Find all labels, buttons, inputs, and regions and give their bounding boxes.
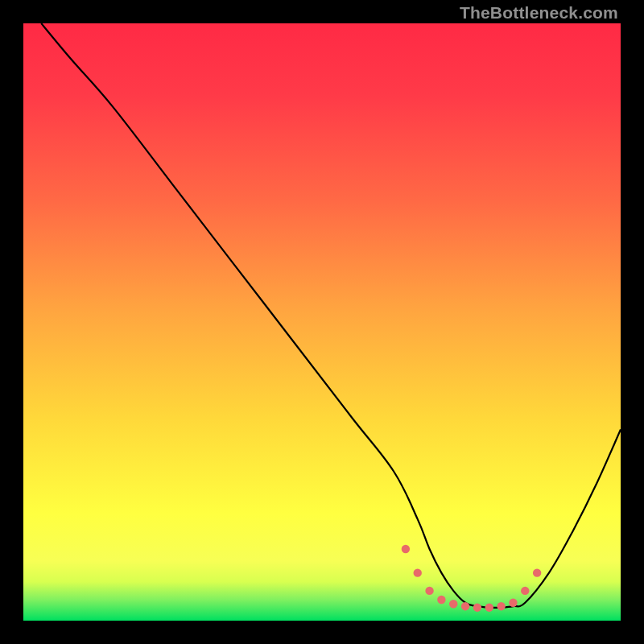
- data-dot: [473, 603, 481, 611]
- plot-area: [23, 23, 621, 621]
- data-dot: [414, 568, 422, 576]
- data-dot: [437, 596, 445, 604]
- data-dot: [509, 599, 517, 607]
- data-dot: [521, 587, 529, 595]
- chart-frame: TheBottleneck.com: [0, 0, 644, 644]
- data-dot: [533, 568, 541, 576]
- data-dot: [461, 602, 469, 610]
- data-dot: [402, 545, 410, 553]
- data-dot: [497, 602, 505, 610]
- data-dot: [449, 600, 457, 608]
- data-dot: [425, 587, 433, 595]
- chart-svg: [23, 23, 621, 621]
- data-dot: [485, 603, 493, 611]
- watermark-text: TheBottleneck.com: [460, 3, 618, 23]
- gradient-background: [23, 23, 621, 621]
